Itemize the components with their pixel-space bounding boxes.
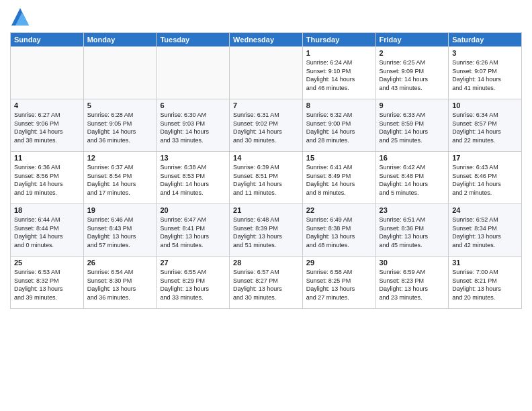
day-info: Sunrise: 6:36 AM Sunset: 8:56 PM Dayligh… xyxy=(14,163,80,197)
day-number: 28 xyxy=(233,259,299,267)
day-cell xyxy=(230,47,303,99)
day-number: 6 xyxy=(160,101,226,109)
day-cell xyxy=(11,47,84,99)
logo xyxy=(10,7,33,27)
day-info: Sunrise: 6:26 AM Sunset: 9:07 PM Dayligh… xyxy=(452,58,518,92)
day-number: 31 xyxy=(452,259,518,267)
day-number: 13 xyxy=(160,154,226,162)
week-row-0: 1Sunrise: 6:24 AM Sunset: 9:10 PM Daylig… xyxy=(11,47,522,99)
day-number: 14 xyxy=(233,154,299,162)
day-info: Sunrise: 6:39 AM Sunset: 8:51 PM Dayligh… xyxy=(233,163,299,197)
day-info: Sunrise: 6:48 AM Sunset: 8:39 PM Dayligh… xyxy=(233,216,299,249)
day-cell xyxy=(157,47,230,99)
day-info: Sunrise: 6:54 AM Sunset: 8:30 PM Dayligh… xyxy=(87,268,153,302)
day-number: 11 xyxy=(14,154,80,162)
day-info: Sunrise: 6:42 AM Sunset: 8:48 PM Dayligh… xyxy=(380,163,445,197)
day-cell: 8Sunrise: 6:32 AM Sunset: 9:00 PM Daylig… xyxy=(302,99,375,152)
week-row-2: 11Sunrise: 6:36 AM Sunset: 8:56 PM Dayli… xyxy=(11,152,522,204)
day-cell: 26Sunrise: 6:54 AM Sunset: 8:30 PM Dayli… xyxy=(83,257,157,309)
day-number: 22 xyxy=(306,206,372,214)
day-number: 19 xyxy=(87,206,153,214)
day-cell: 22Sunrise: 6:49 AM Sunset: 8:38 PM Dayli… xyxy=(302,204,375,257)
day-cell: 14Sunrise: 6:39 AM Sunset: 8:51 PM Dayli… xyxy=(230,152,303,204)
header-saturday: Saturday xyxy=(449,33,522,47)
day-info: Sunrise: 6:46 AM Sunset: 8:43 PM Dayligh… xyxy=(87,216,153,249)
day-number: 20 xyxy=(160,206,226,214)
day-info: Sunrise: 6:32 AM Sunset: 9:00 PM Dayligh… xyxy=(306,111,372,144)
day-number: 7 xyxy=(233,101,299,109)
day-cell: 11Sunrise: 6:36 AM Sunset: 8:56 PM Dayli… xyxy=(11,152,84,204)
header-thursday: Thursday xyxy=(302,33,375,47)
day-info: Sunrise: 6:37 AM Sunset: 8:54 PM Dayligh… xyxy=(87,163,153,197)
day-number: 18 xyxy=(14,206,80,214)
day-cell: 3Sunrise: 6:26 AM Sunset: 9:07 PM Daylig… xyxy=(449,47,522,99)
day-info: Sunrise: 6:38 AM Sunset: 8:53 PM Dayligh… xyxy=(160,163,226,197)
day-cell: 27Sunrise: 6:55 AM Sunset: 8:29 PM Dayli… xyxy=(157,257,230,309)
day-info: Sunrise: 6:49 AM Sunset: 8:38 PM Dayligh… xyxy=(306,216,372,249)
day-cell: 21Sunrise: 6:48 AM Sunset: 8:39 PM Dayli… xyxy=(230,204,303,257)
day-info: Sunrise: 6:24 AM Sunset: 9:10 PM Dayligh… xyxy=(306,58,372,92)
day-cell xyxy=(83,47,157,99)
day-number: 27 xyxy=(160,259,226,267)
day-cell: 2Sunrise: 6:25 AM Sunset: 9:09 PM Daylig… xyxy=(375,47,449,99)
calendar-table: SundayMondayTuesdayWednesdayThursdayFrid… xyxy=(10,32,522,309)
day-info: Sunrise: 6:30 AM Sunset: 9:03 PM Dayligh… xyxy=(160,111,226,144)
header-wednesday: Wednesday xyxy=(230,33,303,47)
day-number: 2 xyxy=(380,49,445,57)
day-number: 1 xyxy=(306,49,372,57)
day-cell: 28Sunrise: 6:57 AM Sunset: 8:27 PM Dayli… xyxy=(230,257,303,309)
day-cell: 13Sunrise: 6:38 AM Sunset: 8:53 PM Dayli… xyxy=(157,152,230,204)
day-cell: 12Sunrise: 6:37 AM Sunset: 8:54 PM Dayli… xyxy=(83,152,157,204)
day-cell: 1Sunrise: 6:24 AM Sunset: 9:10 PM Daylig… xyxy=(302,47,375,99)
day-info: Sunrise: 6:34 AM Sunset: 8:57 PM Dayligh… xyxy=(452,111,518,144)
day-info: Sunrise: 6:51 AM Sunset: 8:36 PM Dayligh… xyxy=(380,216,445,249)
header-sunday: Sunday xyxy=(11,33,84,47)
day-info: Sunrise: 6:31 AM Sunset: 9:02 PM Dayligh… xyxy=(233,111,299,144)
day-number: 5 xyxy=(87,101,153,109)
day-info: Sunrise: 6:25 AM Sunset: 9:09 PM Dayligh… xyxy=(380,58,445,92)
day-number: 24 xyxy=(452,206,518,214)
day-number: 8 xyxy=(306,101,372,109)
day-info: Sunrise: 6:47 AM Sunset: 8:41 PM Dayligh… xyxy=(160,216,226,249)
day-info: Sunrise: 6:53 AM Sunset: 8:32 PM Dayligh… xyxy=(14,268,80,302)
header-tuesday: Tuesday xyxy=(157,33,230,47)
day-number: 9 xyxy=(380,101,445,109)
day-info: Sunrise: 6:28 AM Sunset: 9:05 PM Dayligh… xyxy=(87,111,153,144)
day-number: 25 xyxy=(14,259,80,267)
day-cell: 15Sunrise: 6:41 AM Sunset: 8:49 PM Dayli… xyxy=(302,152,375,204)
day-info: Sunrise: 6:58 AM Sunset: 8:25 PM Dayligh… xyxy=(306,268,372,302)
day-info: Sunrise: 6:55 AM Sunset: 8:29 PM Dayligh… xyxy=(160,268,226,302)
day-cell: 7Sunrise: 6:31 AM Sunset: 9:02 PM Daylig… xyxy=(230,99,303,152)
day-cell: 18Sunrise: 6:44 AM Sunset: 8:44 PM Dayli… xyxy=(11,204,84,257)
day-cell: 29Sunrise: 6:58 AM Sunset: 8:25 PM Dayli… xyxy=(302,257,375,309)
header xyxy=(10,7,522,27)
day-number: 30 xyxy=(380,259,445,267)
day-cell: 9Sunrise: 6:33 AM Sunset: 8:59 PM Daylig… xyxy=(375,99,449,152)
day-cell: 10Sunrise: 6:34 AM Sunset: 8:57 PM Dayli… xyxy=(449,99,522,152)
day-cell: 24Sunrise: 6:52 AM Sunset: 8:34 PM Dayli… xyxy=(449,204,522,257)
day-number: 23 xyxy=(380,206,445,214)
day-cell: 16Sunrise: 6:42 AM Sunset: 8:48 PM Dayli… xyxy=(375,152,449,204)
day-info: Sunrise: 6:57 AM Sunset: 8:27 PM Dayligh… xyxy=(233,268,299,302)
day-cell: 5Sunrise: 6:28 AM Sunset: 9:05 PM Daylig… xyxy=(83,99,157,152)
day-cell: 30Sunrise: 6:59 AM Sunset: 8:23 PM Dayli… xyxy=(375,257,449,309)
day-cell: 19Sunrise: 6:46 AM Sunset: 8:43 PM Dayli… xyxy=(83,204,157,257)
day-number: 3 xyxy=(452,49,518,57)
header-row: SundayMondayTuesdayWednesdayThursdayFrid… xyxy=(11,33,522,47)
day-number: 10 xyxy=(452,101,518,109)
day-info: Sunrise: 6:41 AM Sunset: 8:49 PM Dayligh… xyxy=(306,163,372,197)
day-info: Sunrise: 6:43 AM Sunset: 8:46 PM Dayligh… xyxy=(452,163,518,197)
day-info: Sunrise: 6:33 AM Sunset: 8:59 PM Dayligh… xyxy=(380,111,445,144)
week-row-1: 4Sunrise: 6:27 AM Sunset: 9:06 PM Daylig… xyxy=(11,99,522,152)
day-cell: 25Sunrise: 6:53 AM Sunset: 8:32 PM Dayli… xyxy=(11,257,84,309)
day-number: 4 xyxy=(14,101,80,109)
day-cell: 20Sunrise: 6:47 AM Sunset: 8:41 PM Dayli… xyxy=(157,204,230,257)
day-number: 17 xyxy=(452,154,518,162)
day-cell: 31Sunrise: 7:00 AM Sunset: 8:21 PM Dayli… xyxy=(449,257,522,309)
page: SundayMondayTuesdayWednesdayThursdayFrid… xyxy=(0,0,532,411)
day-info: Sunrise: 6:52 AM Sunset: 8:34 PM Dayligh… xyxy=(452,216,518,249)
day-cell: 23Sunrise: 6:51 AM Sunset: 8:36 PM Dayli… xyxy=(375,204,449,257)
day-number: 26 xyxy=(87,259,153,267)
week-row-4: 25Sunrise: 6:53 AM Sunset: 8:32 PM Dayli… xyxy=(11,257,522,309)
day-number: 29 xyxy=(306,259,372,267)
